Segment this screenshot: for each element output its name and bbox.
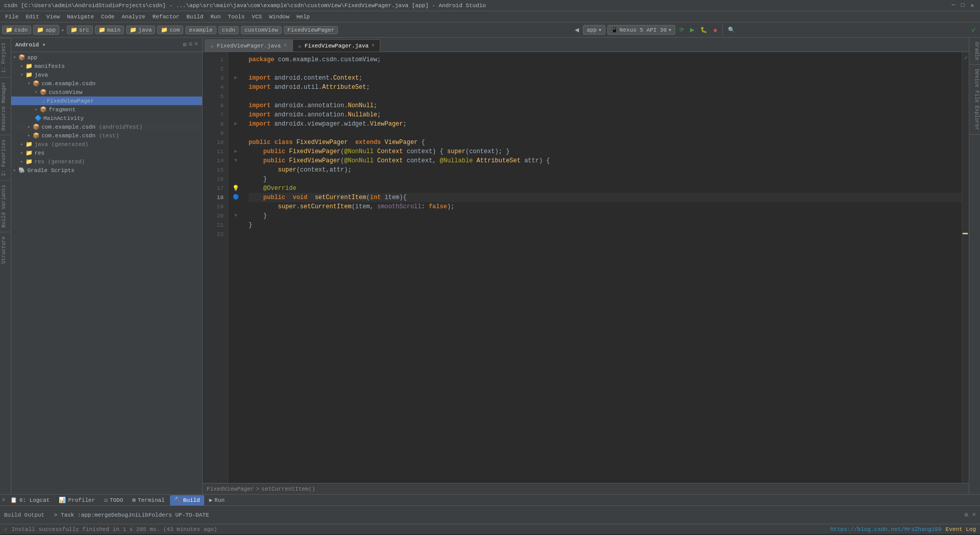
event-log-label[interactable]: Event Log [946,526,976,532]
androidtest-icon: 📦 [33,124,40,130]
tree-arrow-app: ▾ [13,55,16,60]
menu-vcs[interactable]: VCS [249,13,265,21]
sync-btn[interactable]: ⟳ [677,26,686,34]
menu-view[interactable]: View [43,13,63,21]
bottom-tab-run[interactable]: ▶ Run [205,495,229,505]
bottom-tab-build[interactable]: 🔨 Build [170,495,204,505]
tab-close-1[interactable]: × [284,43,287,48]
menu-file[interactable]: File [2,13,21,21]
tree-label-res: res [34,150,44,156]
menu-help[interactable]: Help [293,13,313,21]
gradle-icon: 🐘 [18,167,26,174]
gutter-2 [228,64,243,74]
back-btn[interactable]: ◀ [573,26,581,34]
gutter-14[interactable]: ▼ [228,156,243,165]
code-content[interactable]: package com.example.csdn.customView; imp… [243,52,962,483]
menu-window[interactable]: Window [266,13,292,21]
status-check-icon: ✓ [972,26,976,34]
maximize-btn[interactable]: □ [959,2,967,9]
minimize-btn[interactable]: ─ [949,2,957,9]
stop-btn[interactable]: ■ [712,26,719,34]
menu-analyze[interactable]: Analyze [118,13,148,21]
tree-arrow-java-generated: ▸ [20,141,23,147]
tree-label-fixedviewpager: FixedViewPager [47,98,94,104]
java-badge[interactable]: 📁 java [126,26,155,34]
csdn-badge[interactable]: csdn [218,26,239,34]
menu-build[interactable]: Build [183,13,206,21]
main-badge[interactable]: 📁 main [95,26,124,34]
app-dropdown[interactable]: 📁 app [33,25,59,35]
status-url[interactable]: https://blog.csdn.net/MrsZhang199 [830,526,942,532]
bottom-tab-logcat[interactable]: 📋 6: Logcat [6,495,54,505]
menu-navigate[interactable]: Navigate [64,13,97,21]
search-btn[interactable]: 🔍 [726,26,737,34]
code-line-5 [249,92,962,101]
tree-item-mainactivity[interactable]: 🔷 MainActivity [11,114,202,123]
run-btn[interactable]: ▶ [688,26,696,34]
gutter-11[interactable]: ▶ [228,147,243,156]
ln-17: 17 [203,184,228,193]
run-config-dropdown[interactable]: app ▾ [583,25,605,35]
gutter-17-bulb[interactable]: 💡 [228,184,243,193]
fixedviewpager-icon: ☕ [42,98,45,104]
customview-badge[interactable]: customView [241,26,282,34]
com-badge[interactable]: 📁 com [157,26,183,34]
fixed-view-pager-badge[interactable]: FixedViewPager [284,26,338,34]
build-icon: 🔨 [174,497,181,503]
project-close-icon[interactable]: × [194,41,198,48]
gutter-20[interactable]: ▼ [228,211,243,221]
project-name-badge[interactable]: 📁 csdn [2,26,31,34]
tree-item-java-generated[interactable]: ▸ 📁 java (generated) [11,140,202,149]
sdk-dropdown[interactable]: 📱 Nexus 5 API 30 ▾ [607,25,675,35]
project-gear-icon[interactable]: ≡ [189,41,192,48]
ln-15: 15 [203,165,228,175]
build-settings-icon[interactable]: ⚙ [965,511,968,519]
gutter-3[interactable]: ▶ [228,74,243,83]
src-badge[interactable]: 📁 src [67,26,93,34]
tab-fixedviewpager-2[interactable]: ☕ FixedViewPager.java × [292,39,380,52]
build-variants-tab[interactable]: Build Variants [0,180,11,232]
menu-run[interactable]: Run [207,13,224,21]
bottom-tab-terminal[interactable]: ⊞ Terminal [128,495,168,505]
tree-item-androidtest[interactable]: ▸ 📦 com.example.csdn (androidTest) [11,123,202,131]
menu-refactor[interactable]: Refactor [150,13,183,21]
favorites-tab[interactable]: 2: Favorites [0,135,11,180]
tree-item-gradle[interactable]: ▸ 🐘 Gradle Scripts [11,166,202,175]
tree-item-manifests[interactable]: ▸ 📁 manifests [11,62,202,70]
menu-tools[interactable]: Tools [225,13,248,21]
tree-item-res-generated[interactable]: ▸ 📁 res (generated) [11,157,202,166]
status-bar: ✓ Install successfully finished in 1 s 2… [0,524,980,534]
resource-manager-tab[interactable]: Resource Manager [0,77,11,135]
tab-bar: ☕ FixedViewPager.java × ☕ FixedViewPager… [203,38,969,52]
tree-item-app[interactable]: ▾ 📦 app [11,53,202,62]
gutter-8[interactable]: ▶ [228,119,243,129]
tree-item-fragment[interactable]: ▸ 📦 fragment [11,105,202,114]
tree-item-fixedviewpager[interactable]: ☕ FixedViewPager [11,96,202,105]
device-file-tab[interactable]: Device File Explorer [969,65,981,135]
close-btn[interactable]: ✕ [968,2,976,9]
menu-code[interactable]: Code [98,13,117,21]
project-panel-tab[interactable]: 1: Project [0,38,11,77]
menu-edit[interactable]: Edit [22,13,42,21]
terminal-icon: ⊞ [132,497,136,503]
tree-item-com-csdn[interactable]: ▾ 📦 com.example.csdn [11,79,202,88]
structure-tab[interactable]: Structure [0,232,11,268]
build-close-icon[interactable]: × [972,512,976,519]
tab-fixedviewpager-1[interactable]: ☕ FixedViewPager.java × [205,39,292,52]
bottom-tab-profiler[interactable]: 📊 Profiler [55,495,99,505]
gutter-19 [228,202,243,211]
project-settings-icon[interactable]: ⚙ [183,41,186,48]
debug-btn[interactable]: 🐛 [698,26,709,34]
example-badge[interactable]: example [185,26,216,34]
code-line-4: import android.util.AttributeSet; [249,83,962,92]
build-output-label[interactable]: Build Output [4,512,44,518]
gutter-7 [228,110,243,119]
tree-item-res[interactable]: ▸ 📁 res [11,149,202,157]
tab-close-2[interactable]: × [372,43,375,48]
bottom-tab-todo[interactable]: ☑ TODO [100,495,127,505]
tree-item-customview[interactable]: ▾ 📦 customView [11,88,202,96]
tree-item-test[interactable]: ▸ 📦 com.example.csdn (test) [11,131,202,140]
gradle-panel-tab[interactable]: Gradle [969,38,981,65]
gutter-18-circle[interactable]: 🔵 [228,193,243,202]
tree-item-java[interactable]: ▾ 📁 java [11,70,202,79]
